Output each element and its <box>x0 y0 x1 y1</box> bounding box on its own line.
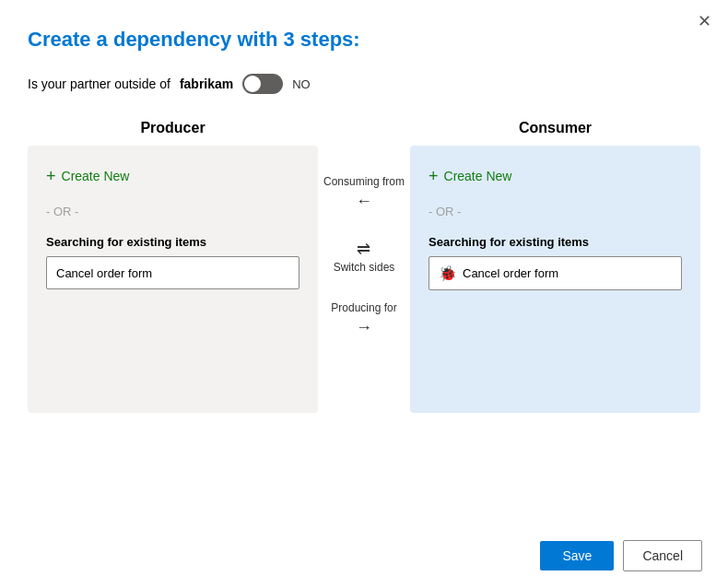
producer-search-input[interactable]: Cancel order form <box>46 256 299 289</box>
consumer-search-input[interactable]: 🐞 Cancel order form <box>429 256 682 290</box>
panels-container: Producer + Create New - OR - Searching f… <box>28 120 700 413</box>
switch-sides-label: Switch sides <box>334 261 395 274</box>
dialog: ✕ Create a dependency with 3 steps: Is y… <box>0 0 728 588</box>
consumer-search-value: Cancel order form <box>463 266 558 280</box>
company-name: fabrikam <box>180 76 233 91</box>
producing-arrow: → <box>356 318 372 337</box>
producer-create-new-label: Create New <box>62 169 130 183</box>
consumer-create-new-label: Create New <box>444 169 512 183</box>
producer-search-label: Searching for existing items <box>46 235 299 249</box>
consumer-panel-box: + Create New - OR - Searching for existi… <box>410 146 700 413</box>
consuming-from-label: Consuming from <box>323 175 405 188</box>
footer: Save Cancel <box>540 540 702 571</box>
cancel-button[interactable]: Cancel <box>623 540 702 571</box>
producer-section: Producer + Create New - OR - Searching f… <box>28 120 318 413</box>
consumer-search-label: Searching for existing items <box>429 235 682 249</box>
consuming-from-group: Consuming from ← <box>323 175 405 211</box>
consumer-section: Consumer + Create New - OR - Searching f… <box>410 120 700 413</box>
producer-search-value: Cancel order form <box>56 266 152 280</box>
switch-sides-group: ⇌ Switch sides <box>334 239 395 274</box>
bug-icon: 🐞 <box>439 265 457 282</box>
toggle-state-label: NO <box>292 77 311 91</box>
partner-label-before: Is your partner outside of <box>28 76 170 91</box>
save-button[interactable]: Save <box>540 541 614 570</box>
producer-plus-icon: + <box>46 168 56 184</box>
switch-sides-icon[interactable]: ⇌ <box>357 239 370 259</box>
producer-or-divider: - OR - <box>46 205 299 218</box>
outside-partner-toggle[interactable] <box>242 74 283 94</box>
producing-for-label: Producing for <box>331 301 396 314</box>
middle-section: Consuming from ← ⇌ Switch sides Producin… <box>318 120 410 337</box>
consumer-create-new-button[interactable]: + Create New <box>429 164 511 188</box>
consumer-title: Consumer <box>410 120 700 136</box>
partner-row: Is your partner outside of fabrikam NO <box>28 74 700 94</box>
close-button[interactable]: ✕ <box>698 13 711 29</box>
producer-title: Producer <box>28 120 318 136</box>
page-title: Create a dependency with 3 steps: <box>28 28 700 52</box>
producer-panel-box: + Create New - OR - Searching for existi… <box>28 146 318 413</box>
consumer-or-divider: - OR - <box>429 205 682 218</box>
producing-for-group: Producing for → <box>331 301 396 337</box>
producer-create-new-button[interactable]: + Create New <box>46 164 129 188</box>
consumer-plus-icon: + <box>429 168 439 184</box>
consuming-arrow: ← <box>356 192 372 211</box>
